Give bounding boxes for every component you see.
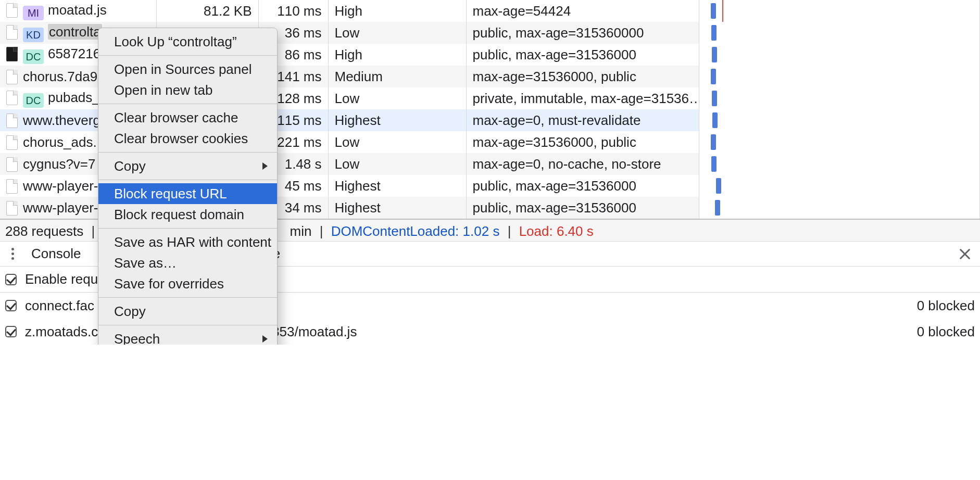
cell-waterfall — [699, 109, 980, 131]
waterfall-bar — [711, 25, 717, 41]
ctx-open-tab[interactable]: Open in new tab — [98, 80, 277, 100]
waterfall-bar — [711, 3, 716, 19]
request-name: www-player- — [23, 200, 98, 216]
file-icon — [6, 179, 18, 194]
waterfall-bar — [712, 112, 718, 128]
status-min-fragment: min — [290, 223, 312, 239]
network-panel: MImoatad.js81.2 KB110 msHighmax-age=5442… — [0, 0, 980, 219]
file-icon — [6, 157, 18, 172]
cell-cache-control: max-age=0, must-revalidate — [466, 109, 699, 131]
ctx-divider — [98, 55, 277, 56]
cell-cache-control: private, immutable, max-age=31536… — [466, 87, 699, 109]
request-name: www.theverg — [23, 112, 100, 128]
cell-priority: Low — [328, 153, 466, 175]
file-icon — [6, 25, 18, 40]
cell-priority: Low — [328, 131, 466, 153]
request-name: cygnus?v=7 — [23, 156, 95, 172]
cell-waterfall — [699, 0, 980, 22]
cell-priority: Low — [328, 22, 466, 44]
initiator-chip: DC — [23, 49, 44, 64]
cell-waterfall — [699, 153, 980, 175]
cell-waterfall — [699, 131, 980, 153]
ctx-save-as[interactable]: Save as… — [98, 252, 277, 273]
ctx-block-domain[interactable]: Block request domain — [98, 204, 277, 225]
status-load: Load: 6.40 s — [519, 223, 594, 239]
blocked-count: 0 blocked — [917, 298, 975, 314]
ctx-divider — [98, 152, 277, 153]
ctx-divider — [98, 297, 277, 298]
blocked-pattern-text: connect.fac — [25, 298, 94, 314]
waterfall-bar — [712, 47, 717, 62]
request-name: pubads_ — [48, 90, 100, 105]
waterfall-bar — [712, 91, 717, 106]
cell-cache-control: max-age=0, no-cache, no-store — [466, 153, 699, 175]
cell-priority: Medium — [328, 66, 466, 87]
request-name: controlta — [48, 24, 102, 40]
file-icon — [6, 3, 18, 18]
blocked-pattern-checkbox[interactable] — [5, 300, 17, 311]
cell-cache-control: max-age=31536000, public — [466, 66, 699, 87]
request-name: 6587216 — [48, 46, 100, 61]
status-sep: | — [508, 223, 511, 239]
ctx-clear-cookies[interactable]: Clear browser cookies — [98, 128, 277, 149]
ctx-copy-submenu[interactable]: Copy — [98, 156, 277, 176]
ctx-speech[interactable]: Speech — [98, 329, 277, 345]
cell-waterfall — [699, 175, 980, 197]
ctx-clear-cache[interactable]: Clear browser cache — [98, 107, 277, 128]
cell-waterfall — [699, 66, 980, 87]
file-icon — [6, 201, 18, 216]
drawer-tab-console[interactable]: Console — [31, 246, 81, 262]
network-row[interactable]: MImoatad.js81.2 KB110 msHighmax-age=5442… — [0, 0, 980, 22]
status-sep: | — [92, 223, 95, 239]
cell-cache-control: max-age=54424 — [466, 0, 699, 22]
waterfall-bar — [715, 200, 720, 216]
cell-priority: Low — [328, 87, 466, 109]
ctx-open-sources[interactable]: Open in Sources panel — [98, 59, 277, 80]
initiator-chip: KD — [23, 28, 44, 42]
kebab-icon[interactable] — [6, 248, 19, 260]
cell-cache-control: public, max-age=315360000 — [466, 22, 699, 44]
request-name: www-player- — [23, 178, 98, 194]
cell-priority: Highest — [328, 175, 466, 197]
cell-priority: Highest — [328, 197, 466, 219]
cell-priority: Highest — [328, 109, 466, 131]
cell-cache-control: public, max-age=31536000 — [466, 44, 699, 66]
waterfall-bar — [711, 156, 717, 172]
request-name: chorus.7da9 — [23, 69, 97, 84]
ctx-save-overrides[interactable]: Save for overrides — [98, 273, 277, 294]
file-icon — [6, 70, 18, 84]
request-name: moatad.js — [48, 2, 107, 18]
ctx-lookup[interactable]: Look Up “controltag” — [98, 31, 277, 52]
cell-waterfall — [699, 87, 980, 109]
waterfall-bar — [711, 134, 716, 150]
cell-time: 110 ms — [258, 0, 328, 22]
cell-size: 81.2 KB — [156, 0, 258, 22]
blocked-count: 0 blocked — [917, 324, 975, 340]
cell-waterfall — [699, 22, 980, 44]
cell-cache-control: max-age=31536000, public — [466, 131, 699, 153]
file-icon — [6, 135, 18, 150]
enable-request-blocking-checkbox[interactable] — [5, 274, 17, 285]
file-icon — [6, 91, 18, 105]
cell-name[interactable]: MImoatad.js — [0, 0, 156, 22]
ctx-block-url[interactable]: Block request URL — [98, 183, 277, 204]
ctx-divider — [98, 180, 277, 180]
initiator-chip: MI — [23, 6, 44, 20]
enable-request-blocking-label: Enable requ — [25, 271, 98, 287]
cell-waterfall — [699, 197, 980, 219]
cell-priority: High — [328, 44, 466, 66]
ctx-save-har[interactable]: Save as HAR with content — [98, 232, 277, 252]
initiator-chip: DC — [23, 93, 44, 108]
waterfall-bar — [716, 178, 721, 194]
file-icon — [6, 113, 18, 128]
cell-priority: High — [328, 0, 466, 22]
close-icon[interactable] — [956, 245, 974, 263]
ctx-divider — [98, 325, 277, 325]
status-domcontentloaded: DOMContentLoaded: 1.02 s — [331, 223, 500, 239]
waterfall-load-marker — [722, 0, 723, 22]
cell-waterfall — [699, 44, 980, 66]
blocked-pattern-checkbox[interactable] — [5, 326, 17, 337]
file-icon — [6, 47, 18, 61]
cell-cache-control: public, max-age=31536000 — [466, 175, 699, 197]
ctx-copy[interactable]: Copy — [98, 301, 277, 322]
